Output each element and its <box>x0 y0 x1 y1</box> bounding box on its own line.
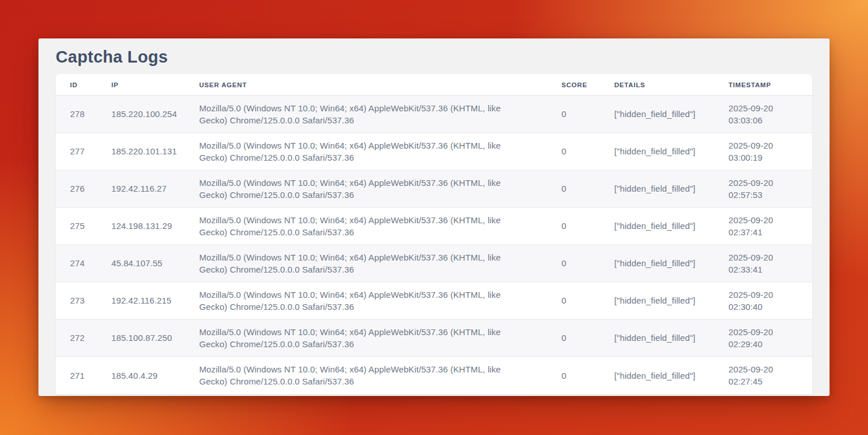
cell-id: 273 <box>56 282 97 320</box>
cell-timestamp: 2025-09-20 02:29:40 <box>714 320 812 357</box>
cell-ip: 45.84.107.55 <box>97 245 185 282</box>
cell-timestamp: 2025-09-20 02:33:41 <box>714 245 812 282</box>
cell-user-agent: Mozilla/5.0 (Windows NT 10.0; Win64; x64… <box>185 208 547 245</box>
cell-user-agent: Mozilla/5.0 (Windows NT 10.0; Win64; x64… <box>185 320 547 357</box>
cell-ip: 185.220.100.254 <box>97 96 185 133</box>
cell-details: ["hidden_field_filled"] <box>600 96 714 133</box>
table-row: 276 192.42.116.27 Mozilla/5.0 (Windows N… <box>56 170 812 208</box>
cell-details: ["hidden_field_filled"] <box>600 357 714 394</box>
cell-id: 274 <box>56 245 97 282</box>
cell-id: 276 <box>56 170 97 208</box>
table-row: 271 185.40.4.29 Mozilla/5.0 (Windows NT … <box>56 357 812 394</box>
column-header-timestamp: TIMESTAMP <box>714 74 812 96</box>
cell-timestamp: 2025-09-20 02:27:45 <box>714 357 812 394</box>
cell-details: ["hidden_field_filled"] <box>600 133 714 170</box>
cell-timestamp: 2025-09-20 02:57:53 <box>714 170 812 208</box>
cell-id: 277 <box>56 133 97 170</box>
cell-id: 275 <box>56 208 97 245</box>
cell-score: 0 <box>547 320 600 357</box>
cell-score: 0 <box>547 245 600 282</box>
cell-timestamp: 2025-09-20 03:03:06 <box>714 96 812 133</box>
cell-details: ["hidden_field_filled"] <box>600 282 714 320</box>
cell-ip: 185.220.101.131 <box>97 133 185 170</box>
cell-timestamp: 2025-09-20 03:00:19 <box>714 133 812 170</box>
captcha-logs-table: ID IP USER AGENT SCORE DETAILS TIMESTAMP… <box>56 74 812 394</box>
cell-user-agent: Mozilla/5.0 (Windows NT 10.0; Win64; x64… <box>185 357 547 394</box>
column-header-user-agent: USER AGENT <box>185 74 547 96</box>
cell-user-agent: Mozilla/5.0 (Windows NT 10.0; Win64; x64… <box>185 245 547 282</box>
cell-score: 0 <box>547 357 600 394</box>
captcha-logs-table-container: ID IP USER AGENT SCORE DETAILS TIMESTAMP… <box>56 74 812 394</box>
cell-ip: 192.42.116.215 <box>97 282 185 320</box>
table-row: 278 185.220.100.254 Mozilla/5.0 (Windows… <box>56 96 812 133</box>
table-row: 273 192.42.116.215 Mozilla/5.0 (Windows … <box>56 282 812 320</box>
column-header-id: ID <box>56 74 97 96</box>
cell-ip: 185.100.87.250 <box>97 320 185 357</box>
page-title: Captcha Logs <box>38 38 830 74</box>
cell-timestamp: 2025-09-20 02:30:40 <box>714 282 812 320</box>
cell-details: ["hidden_field_filled"] <box>600 320 714 357</box>
table-header-row: ID IP USER AGENT SCORE DETAILS TIMESTAMP <box>56 74 812 96</box>
cell-details: ["hidden_field_filled"] <box>600 170 714 208</box>
cell-score: 0 <box>547 282 600 320</box>
page-background: { "page": { "title": "Captcha Logs" }, "… <box>0 0 868 435</box>
cell-id: 278 <box>56 96 97 133</box>
cell-user-agent: Mozilla/5.0 (Windows NT 10.0; Win64; x64… <box>185 282 547 320</box>
table-row: 275 124.198.131.29 Mozilla/5.0 (Windows … <box>56 208 812 245</box>
cell-user-agent: Mozilla/5.0 (Windows NT 10.0; Win64; x64… <box>185 133 547 170</box>
cell-id: 271 <box>56 357 97 394</box>
cell-ip: 185.40.4.29 <box>97 357 185 394</box>
cell-id: 272 <box>56 320 97 357</box>
captcha-logs-card: Captcha Logs ID IP USER AGENT SCORE DETA… <box>38 38 830 396</box>
column-header-details: DETAILS <box>600 74 714 96</box>
cell-ip: 124.198.131.29 <box>97 208 185 245</box>
table-row: 272 185.100.87.250 Mozilla/5.0 (Windows … <box>56 320 812 357</box>
column-header-ip: IP <box>97 74 185 96</box>
column-header-score: SCORE <box>547 74 600 96</box>
table-row: 274 45.84.107.55 Mozilla/5.0 (Windows NT… <box>56 245 812 282</box>
table-body: 278 185.220.100.254 Mozilla/5.0 (Windows… <box>56 96 812 394</box>
cell-timestamp: 2025-09-20 02:37:41 <box>714 208 812 245</box>
cell-score: 0 <box>547 170 600 208</box>
cell-details: ["hidden_field_filled"] <box>600 245 714 282</box>
table-row: 277 185.220.101.131 Mozilla/5.0 (Windows… <box>56 133 812 170</box>
cell-score: 0 <box>547 208 600 245</box>
cell-score: 0 <box>547 96 600 133</box>
cell-score: 0 <box>547 133 600 170</box>
cell-user-agent: Mozilla/5.0 (Windows NT 10.0; Win64; x64… <box>185 96 547 133</box>
cell-user-agent: Mozilla/5.0 (Windows NT 10.0; Win64; x64… <box>185 170 547 208</box>
cell-ip: 192.42.116.27 <box>97 170 185 208</box>
table-header: ID IP USER AGENT SCORE DETAILS TIMESTAMP <box>56 74 812 96</box>
cell-details: ["hidden_field_filled"] <box>600 208 714 245</box>
